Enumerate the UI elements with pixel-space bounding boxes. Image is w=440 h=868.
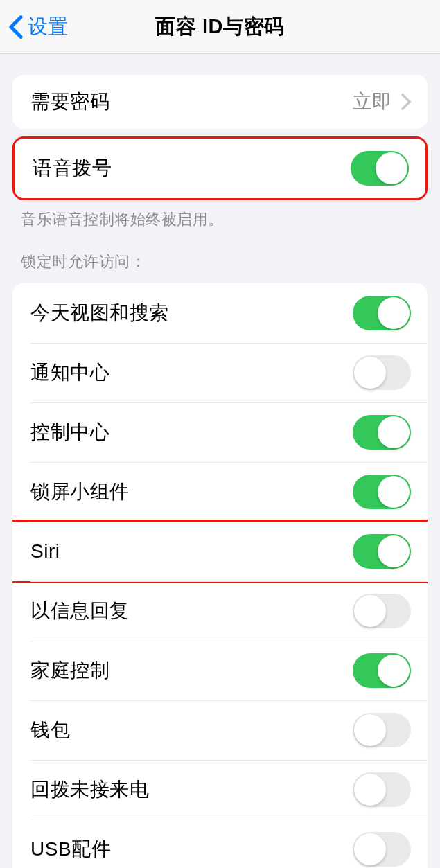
lock-access-group: 今天视图和搜索通知中心控制中心锁屏小组件Siri以信息回复家庭控制钱包回拨未接来… bbox=[12, 283, 428, 868]
lock-item-row: USB配件 bbox=[12, 820, 428, 868]
lock-item-row: 钱包 bbox=[12, 700, 428, 760]
voice-dial-footer: 音乐语音控制将始终被启用。 bbox=[0, 202, 440, 231]
lock-item-row: Siri bbox=[12, 522, 428, 581]
lock-item-toggle[interactable] bbox=[353, 296, 411, 330]
require-passcode-label: 需要密码 bbox=[30, 89, 109, 115]
back-label: 设置 bbox=[28, 13, 68, 41]
lock-item-label: Siri bbox=[30, 540, 60, 563]
lock-item-toggle[interactable] bbox=[353, 355, 411, 390]
lock-item-row: 通知中心 bbox=[12, 343, 428, 402]
lock-item-label: 以信息回复 bbox=[30, 598, 130, 624]
chevron-right-icon bbox=[401, 94, 411, 110]
require-passcode-value: 立即 bbox=[353, 89, 391, 115]
lock-item-label: 今天视图和搜索 bbox=[30, 300, 169, 326]
lock-item-toggle[interactable] bbox=[353, 594, 411, 628]
lock-item-toggle[interactable] bbox=[353, 415, 411, 450]
lock-item-label: 通知中心 bbox=[30, 360, 109, 386]
lock-item-toggle[interactable] bbox=[353, 534, 411, 569]
passcode-group: 需要密码 立即 bbox=[12, 75, 428, 129]
lock-item-toggle[interactable] bbox=[353, 832, 411, 867]
lock-item-label: 家庭控制 bbox=[30, 657, 109, 684]
voice-dial-row: 语音拨号 bbox=[15, 139, 425, 198]
lock-item-row: 以信息回复 bbox=[12, 581, 428, 641]
require-passcode-row[interactable]: 需要密码 立即 bbox=[12, 75, 428, 129]
lock-item-label: 钱包 bbox=[30, 717, 70, 743]
lock-item-row: 控制中心 bbox=[12, 402, 428, 462]
lock-item-row: 回拨未接来电 bbox=[12, 760, 428, 820]
lock-item-row: 今天视图和搜索 bbox=[12, 283, 428, 343]
lock-item-label: 回拨未接来电 bbox=[30, 777, 149, 803]
nav-bar: 设置 面容 ID与密码 bbox=[0, 0, 440, 54]
page-title: 面容 ID与密码 bbox=[155, 13, 284, 41]
lock-item-label: 锁屏小组件 bbox=[30, 479, 130, 505]
lock-access-header: 锁定时允许访问： bbox=[0, 231, 440, 279]
back-button[interactable]: 设置 bbox=[0, 13, 68, 41]
lock-item-toggle[interactable] bbox=[353, 653, 411, 688]
lock-item-row: 锁屏小组件 bbox=[12, 462, 428, 522]
lock-item-toggle[interactable] bbox=[353, 713, 411, 747]
voice-dial-group: 语音拨号 bbox=[12, 136, 428, 200]
lock-item-toggle[interactable] bbox=[353, 475, 411, 509]
lock-item-row: 家庭控制 bbox=[12, 641, 428, 700]
voice-dial-label: 语音拨号 bbox=[33, 155, 112, 181]
lock-item-toggle[interactable] bbox=[353, 772, 411, 807]
lock-item-label: USB配件 bbox=[30, 836, 111, 862]
lock-item-label: 控制中心 bbox=[30, 419, 109, 445]
back-chevron-icon bbox=[8, 15, 24, 39]
voice-dial-toggle[interactable] bbox=[351, 151, 409, 186]
